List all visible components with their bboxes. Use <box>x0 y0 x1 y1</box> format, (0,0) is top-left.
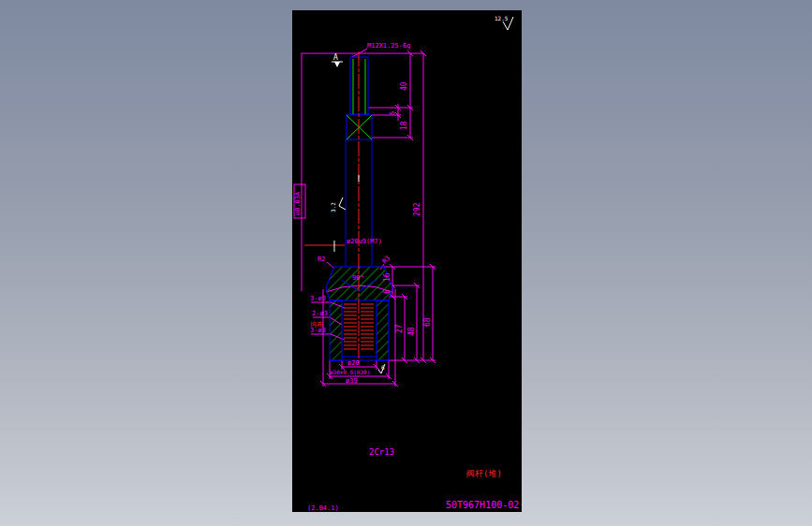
roughness-12-5-label: 12.5 <box>495 15 509 22</box>
roughness-6-value: 6 <box>381 364 385 371</box>
dim-68: 68 <box>423 317 432 327</box>
dim-48: 48 <box>407 327 416 336</box>
angle-90: 90° <box>352 274 364 282</box>
datum-a-label: A <box>333 53 338 62</box>
holes-3xd3-bottom: 3-ø3 <box>310 327 326 334</box>
material-label: 2Cr13 <box>369 447 394 457</box>
title-texts: 2Cr13 阀杆(堆) 50T967H100-02 (2.04.1) <box>307 447 519 512</box>
thread-spec-label: M12X1.25-6g <box>367 42 410 50</box>
roughness-stem-value: 3.2 <box>330 202 336 212</box>
roughness-stem-icon <box>339 197 346 210</box>
dim-16: 16 <box>383 272 391 282</box>
cad-drawing: ◎0.03A <box>292 10 522 512</box>
corner-note-label: (2.04.1) <box>307 504 339 512</box>
holes-3xd3-top: 3-ø3 <box>310 295 326 302</box>
drawing-canvas[interactable]: ◎0.03A <box>292 10 522 512</box>
annotations: 12.5 A 3.2 6 <box>330 15 513 373</box>
dim-40: 40 <box>400 81 408 91</box>
holes-2xd3: 2-ø3 <box>312 310 328 317</box>
dim-20u9: ø20u9(M7) <box>347 238 382 245</box>
dim-292: 292 <box>413 202 421 216</box>
radius-r3: R3 <box>381 255 392 266</box>
dim-d20: ø20 <box>347 359 360 367</box>
tolerance-frame-label: ◎0.03A <box>294 191 302 215</box>
dim-6: 6 <box>383 289 391 294</box>
dim-d30: ø30±0.6(R30) <box>330 369 370 375</box>
dim-27: 27 <box>395 324 404 333</box>
drawing-number-label: 50T967H100-02 <box>446 500 519 510</box>
dim-5: 5 <box>389 111 396 115</box>
part-name-label: 阀杆(堆) <box>466 469 502 478</box>
dim-18: 18 <box>400 121 408 130</box>
radius-r2: R2 <box>317 256 325 263</box>
tolerance-frame: ◎0.03A <box>294 184 305 218</box>
dim-d39: ø39 <box>346 377 358 385</box>
app-background: ◎0.03A <box>0 0 812 526</box>
datum-a-triangle-icon <box>334 62 340 67</box>
